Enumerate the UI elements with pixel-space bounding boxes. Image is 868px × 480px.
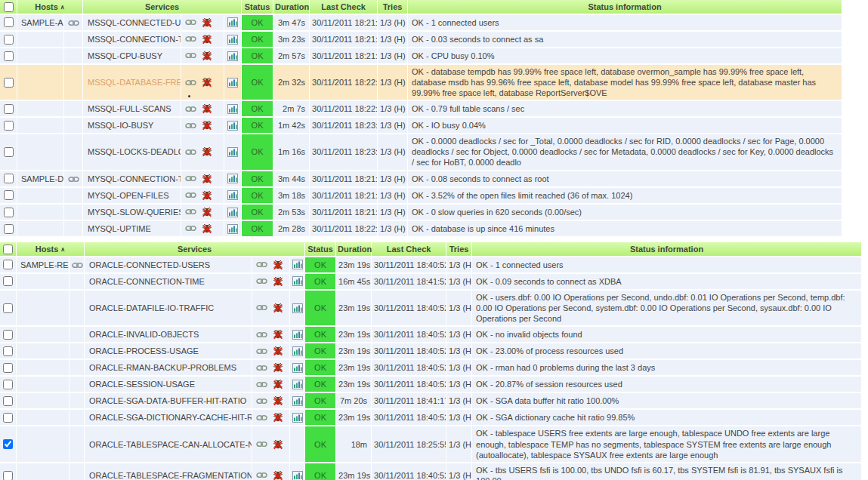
graph-icon[interactable] — [227, 51, 238, 61]
graph-icon[interactable] — [227, 208, 238, 217]
service-link-icon[interactable] — [256, 381, 267, 388]
row-checkbox[interactable] — [4, 174, 14, 183]
row-checkbox[interactable] — [3, 439, 13, 449]
row-checkbox[interactable] — [4, 208, 14, 217]
select-all-header[interactable] — [0, 0, 17, 15]
column-header-status[interactable]: Status — [242, 0, 273, 15]
service-name[interactable]: ORACLE-DATAFILE-IO-TRAFFIC — [89, 303, 214, 312]
service-name[interactable]: MYSQL-OPEN-FILES — [88, 191, 169, 200]
host-name[interactable]: SAMPLE-REDHAT — [20, 260, 70, 269]
notifications-disabled-icon[interactable] — [202, 103, 212, 114]
column-header-hosts[interactable]: Hosts∧ — [17, 242, 85, 257]
row-checkbox[interactable] — [4, 121, 14, 131]
notifications-disabled-icon[interactable] — [273, 395, 283, 406]
select-all-checkbox[interactable] — [3, 245, 13, 254]
select-all-header[interactable] — [0, 242, 17, 257]
graph-icon[interactable] — [292, 380, 303, 389]
service-link-icon[interactable] — [185, 35, 196, 42]
notifications-disabled-icon[interactable] — [202, 207, 212, 217]
graph-icon[interactable] — [227, 17, 238, 27]
service-name[interactable]: ORACLE-PROCESS-USAGE — [89, 346, 199, 355]
service-link-icon[interactable] — [185, 175, 196, 182]
service-name[interactable]: MYSQL-SLOW-QUERIES — [88, 208, 181, 217]
notifications-disabled-icon[interactable] — [202, 51, 212, 61]
notifications-disabled-icon[interactable] — [273, 329, 283, 340]
service-link-icon[interactable] — [256, 304, 267, 311]
service-link-icon[interactable] — [256, 472, 267, 478]
graph-icon[interactable] — [292, 471, 303, 480]
row-checkbox[interactable] — [3, 413, 13, 423]
column-header-last-check[interactable]: Last Check — [310, 0, 378, 15]
graph-icon[interactable] — [227, 190, 238, 200]
notifications-disabled-icon[interactable] — [273, 276, 283, 287]
notifications-disabled-icon[interactable] — [273, 346, 283, 356]
graph-icon[interactable] — [227, 174, 238, 183]
notifications-disabled-icon[interactable] — [273, 379, 283, 389]
row-checkbox[interactable] — [3, 303, 13, 313]
notifications-disabled-icon[interactable] — [202, 223, 212, 234]
graph-icon[interactable] — [227, 224, 238, 234]
graph-icon[interactable] — [292, 276, 303, 286]
row-checkbox[interactable] — [4, 224, 14, 234]
graph-icon[interactable] — [292, 346, 303, 356]
graph-icon[interactable] — [292, 260, 303, 269]
service-name[interactable]: MSSQL-CONNECTED-USERS — [88, 18, 181, 27]
column-header-duration[interactable]: Duration — [336, 242, 372, 257]
notifications-disabled-icon[interactable] — [202, 190, 212, 201]
graph-icon[interactable] — [292, 396, 303, 406]
notifications-disabled-icon[interactable] — [273, 470, 283, 480]
row-checkbox[interactable] — [3, 276, 13, 286]
graph-icon[interactable] — [227, 104, 238, 114]
service-name[interactable]: MSSQL-IO-BUSY — [88, 121, 153, 130]
column-header-hosts[interactable]: Hosts∧ — [17, 0, 83, 15]
row-checkbox[interactable] — [4, 104, 14, 114]
host-link-icon[interactable] — [68, 20, 79, 26]
service-link-icon[interactable] — [256, 414, 267, 421]
column-header-tries[interactable]: Tries — [446, 242, 472, 257]
service-name[interactable]: MSSQL-LOCKS-DEADLOCKS — [88, 147, 181, 156]
notifications-disabled-icon[interactable] — [202, 146, 212, 157]
service-name[interactable]: MSSQL-DATABASE-FREE — [88, 78, 181, 87]
service-link-icon[interactable] — [256, 261, 267, 268]
service-link-icon[interactable] — [185, 79, 196, 86]
graph-icon[interactable] — [292, 303, 303, 313]
service-link-icon[interactable] — [256, 278, 267, 285]
service-name[interactable]: ORACLE-INVALID-OBJECTS — [89, 330, 199, 339]
row-checkbox[interactable] — [4, 78, 14, 88]
service-name[interactable]: ORACLE-SESSION-USAGE — [89, 380, 195, 389]
service-link-icon[interactable] — [185, 149, 196, 155]
service-name[interactable]: ORACLE-SGA-DATA-BUFFER-HIT-RATIO — [89, 396, 246, 405]
column-header-duration[interactable]: Duration — [273, 0, 310, 15]
graph-icon[interactable] — [227, 147, 238, 157]
notifications-disabled-icon[interactable] — [273, 412, 283, 423]
service-name[interactable]: ORACLE-TABLESPACE-CAN-ALLOCATE-NEXT — [89, 440, 252, 449]
notifications-disabled-icon[interactable] — [273, 439, 283, 450]
column-header-status-information[interactable]: Status information — [408, 0, 842, 15]
graph-icon[interactable] — [227, 78, 238, 88]
graph-icon[interactable] — [227, 35, 238, 45]
service-link-icon[interactable] — [185, 19, 196, 26]
service-link-icon[interactable] — [185, 52, 196, 59]
select-all-checkbox[interactable] — [4, 2, 14, 12]
service-name[interactable]: ORACLE-CONNECTION-TIME — [89, 277, 205, 286]
notifications-disabled-icon[interactable] — [202, 77, 212, 88]
graph-icon[interactable] — [292, 413, 303, 423]
row-checkbox[interactable] — [4, 147, 14, 157]
service-name[interactable]: MYSQL-UPTIME — [88, 224, 151, 233]
notifications-disabled-icon[interactable] — [202, 17, 212, 28]
service-name[interactable]: ORACLE-CONNECTED-USERS — [89, 260, 210, 269]
host-name[interactable]: SAMPLE-DEBIAN — [21, 174, 64, 183]
row-checkbox[interactable] — [3, 363, 13, 373]
service-name[interactable]: MSSQL-CONNECTION-TIME — [88, 35, 181, 44]
graph-icon[interactable] — [227, 121, 238, 131]
column-header-last-check[interactable]: Last Check — [372, 242, 446, 257]
service-link-icon[interactable] — [256, 365, 267, 371]
notifications-disabled-icon[interactable] — [273, 362, 283, 373]
column-header-services[interactable]: Services — [83, 0, 242, 15]
service-name[interactable]: MSSQL-FULL-SCANS — [88, 104, 171, 113]
column-header-status[interactable]: Status — [305, 242, 336, 257]
row-checkbox[interactable] — [3, 471, 13, 480]
row-checkbox[interactable] — [3, 396, 13, 406]
column-header-tries[interactable]: Tries — [378, 0, 408, 15]
row-checkbox[interactable] — [3, 260, 13, 269]
